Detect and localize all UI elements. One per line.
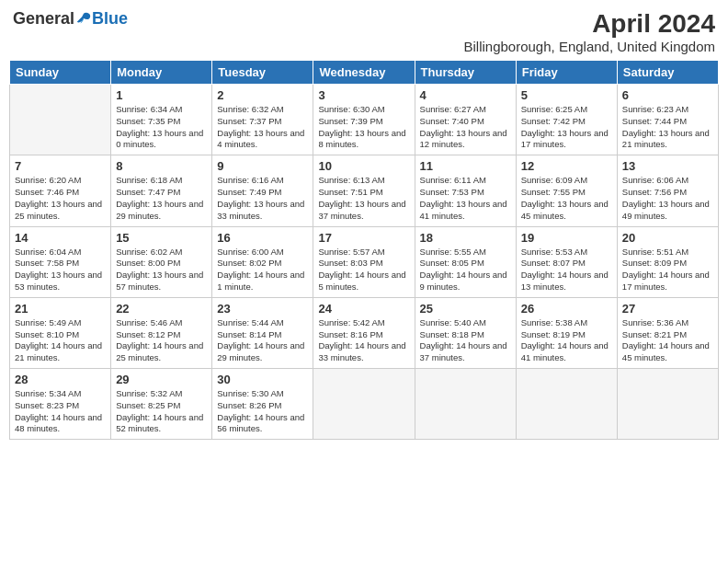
day-info: Sunrise: 6:00 AM Sunset: 8:02 PM Dayligh… xyxy=(217,247,308,293)
calendar-week-row: 28Sunrise: 5:34 AM Sunset: 8:23 PM Dayli… xyxy=(10,369,719,440)
calendar-cell: 19Sunrise: 5:53 AM Sunset: 8:07 PM Dayli… xyxy=(516,226,617,297)
day-number: 30 xyxy=(217,373,308,386)
day-number: 21 xyxy=(15,302,106,316)
day-info: Sunrise: 6:20 AM Sunset: 7:46 PM Dayligh… xyxy=(15,175,106,222)
calendar-cell: 24Sunrise: 5:42 AM Sunset: 8:16 PM Dayli… xyxy=(313,297,415,368)
day-number: 22 xyxy=(116,302,207,316)
calendar-week-row: 14Sunrise: 6:04 AM Sunset: 7:58 PM Dayli… xyxy=(10,226,719,297)
day-number: 3 xyxy=(318,88,409,102)
day-info: Sunrise: 6:13 AM Sunset: 7:51 PM Dayligh… xyxy=(318,175,409,222)
calendar-cell: 30Sunrise: 5:30 AM Sunset: 8:26 PM Dayli… xyxy=(212,369,313,440)
page-header: General Blue April 2024 Billingborough, … xyxy=(9,9,719,54)
calendar-cell: 11Sunrise: 6:11 AM Sunset: 7:53 PM Dayli… xyxy=(415,155,516,226)
calendar-cell: 27Sunrise: 5:36 AM Sunset: 8:21 PM Dayli… xyxy=(617,297,718,368)
day-info: Sunrise: 6:23 AM Sunset: 7:44 PM Dayligh… xyxy=(622,104,713,151)
day-info: Sunrise: 5:42 AM Sunset: 8:16 PM Dayligh… xyxy=(318,317,409,364)
day-info: Sunrise: 6:18 AM Sunset: 7:47 PM Dayligh… xyxy=(116,175,207,222)
logo: General Blue xyxy=(13,9,128,29)
day-info: Sunrise: 6:04 AM Sunset: 7:58 PM Dayligh… xyxy=(15,247,106,293)
day-info: Sunrise: 5:32 AM Sunset: 8:25 PM Dayligh… xyxy=(116,388,207,435)
calendar-cell: 6Sunrise: 6:23 AM Sunset: 7:44 PM Daylig… xyxy=(617,85,718,155)
calendar-cell: 18Sunrise: 5:55 AM Sunset: 8:05 PM Dayli… xyxy=(415,226,516,297)
calendar-cell: 14Sunrise: 6:04 AM Sunset: 7:58 PM Dayli… xyxy=(10,226,111,297)
day-info: Sunrise: 5:49 AM Sunset: 8:10 PM Dayligh… xyxy=(15,317,106,364)
day-info: Sunrise: 5:44 AM Sunset: 8:14 PM Dayligh… xyxy=(217,317,308,364)
day-info: Sunrise: 5:34 AM Sunset: 8:23 PM Dayligh… xyxy=(15,388,106,435)
calendar-header-sunday: Sunday xyxy=(10,61,111,85)
day-number: 19 xyxy=(521,231,612,245)
logo-bird-icon xyxy=(75,11,92,28)
calendar-header-monday: Monday xyxy=(111,61,212,85)
day-info: Sunrise: 5:36 AM Sunset: 8:21 PM Dayligh… xyxy=(622,317,713,364)
calendar-cell: 20Sunrise: 5:51 AM Sunset: 8:09 PM Dayli… xyxy=(617,226,718,297)
day-info: Sunrise: 6:34 AM Sunset: 7:35 PM Dayligh… xyxy=(116,104,207,151)
calendar-cell: 28Sunrise: 5:34 AM Sunset: 8:23 PM Dayli… xyxy=(10,369,111,440)
calendar-cell: 9Sunrise: 6:16 AM Sunset: 7:49 PM Daylig… xyxy=(212,155,313,226)
calendar-cell: 5Sunrise: 6:25 AM Sunset: 7:42 PM Daylig… xyxy=(516,85,617,155)
calendar-cell: 8Sunrise: 6:18 AM Sunset: 7:47 PM Daylig… xyxy=(111,155,212,226)
day-info: Sunrise: 6:11 AM Sunset: 7:53 PM Dayligh… xyxy=(420,175,511,222)
calendar-cell: 10Sunrise: 6:13 AM Sunset: 7:51 PM Dayli… xyxy=(313,155,415,226)
day-info: Sunrise: 5:53 AM Sunset: 8:07 PM Dayligh… xyxy=(521,247,612,293)
calendar-cell: 29Sunrise: 5:32 AM Sunset: 8:25 PM Dayli… xyxy=(111,369,212,440)
day-number: 9 xyxy=(217,159,308,173)
day-number: 5 xyxy=(521,88,612,102)
calendar-cell: 3Sunrise: 6:30 AM Sunset: 7:39 PM Daylig… xyxy=(313,85,415,155)
day-number: 25 xyxy=(420,302,511,316)
day-number: 28 xyxy=(15,373,106,386)
calendar-header-row: SundayMondayTuesdayWednesdayThursdayFrid… xyxy=(10,61,719,85)
day-info: Sunrise: 5:57 AM Sunset: 8:03 PM Dayligh… xyxy=(318,247,409,293)
day-number: 17 xyxy=(318,231,409,245)
day-info: Sunrise: 5:40 AM Sunset: 8:18 PM Dayligh… xyxy=(420,317,511,364)
day-number: 2 xyxy=(217,88,308,102)
day-info: Sunrise: 5:38 AM Sunset: 8:19 PM Dayligh… xyxy=(521,317,612,364)
day-number: 13 xyxy=(622,159,713,173)
day-info: Sunrise: 6:09 AM Sunset: 7:55 PM Dayligh… xyxy=(521,175,612,222)
day-info: Sunrise: 6:30 AM Sunset: 7:39 PM Dayligh… xyxy=(318,104,409,151)
day-info: Sunrise: 5:30 AM Sunset: 8:26 PM Dayligh… xyxy=(217,388,308,435)
calendar-cell xyxy=(516,369,617,440)
day-number: 6 xyxy=(622,88,713,102)
calendar-cell: 16Sunrise: 6:00 AM Sunset: 8:02 PM Dayli… xyxy=(212,226,313,297)
location-title: Billingborough, England, United Kingdom xyxy=(463,39,715,54)
calendar-cell xyxy=(617,369,718,440)
day-number: 10 xyxy=(318,159,409,173)
day-number: 15 xyxy=(116,231,207,245)
calendar-week-row: 21Sunrise: 5:49 AM Sunset: 8:10 PM Dayli… xyxy=(10,297,719,368)
day-number: 20 xyxy=(622,231,713,245)
calendar-header-saturday: Saturday xyxy=(617,61,718,85)
calendar-cell: 13Sunrise: 6:06 AM Sunset: 7:56 PM Dayli… xyxy=(617,155,718,226)
day-number: 1 xyxy=(116,88,207,102)
day-number: 16 xyxy=(217,231,308,245)
calendar-cell: 15Sunrise: 6:02 AM Sunset: 8:00 PM Dayli… xyxy=(111,226,212,297)
calendar-cell: 21Sunrise: 5:49 AM Sunset: 8:10 PM Dayli… xyxy=(10,297,111,368)
calendar-cell: 26Sunrise: 5:38 AM Sunset: 8:19 PM Dayli… xyxy=(516,297,617,368)
day-number: 14 xyxy=(15,231,106,245)
day-number: 29 xyxy=(116,373,207,386)
logo-blue-text: Blue xyxy=(92,9,128,29)
calendar-cell xyxy=(10,85,111,155)
day-info: Sunrise: 6:16 AM Sunset: 7:49 PM Dayligh… xyxy=(217,175,308,222)
calendar-header-friday: Friday xyxy=(516,61,617,85)
day-info: Sunrise: 6:32 AM Sunset: 7:37 PM Dayligh… xyxy=(217,104,308,151)
day-info: Sunrise: 6:27 AM Sunset: 7:40 PM Dayligh… xyxy=(420,104,511,151)
calendar-cell xyxy=(313,369,415,440)
calendar-cell: 2Sunrise: 6:32 AM Sunset: 7:37 PM Daylig… xyxy=(212,85,313,155)
calendar-table: SundayMondayTuesdayWednesdayThursdayFrid… xyxy=(9,60,719,440)
day-info: Sunrise: 6:02 AM Sunset: 8:00 PM Dayligh… xyxy=(116,247,207,293)
day-info: Sunrise: 5:46 AM Sunset: 8:12 PM Dayligh… xyxy=(116,317,207,364)
calendar-week-row: 1Sunrise: 6:34 AM Sunset: 7:35 PM Daylig… xyxy=(10,85,719,155)
day-info: Sunrise: 5:55 AM Sunset: 8:05 PM Dayligh… xyxy=(420,247,511,293)
day-number: 18 xyxy=(420,231,511,245)
title-block: April 2024 Billingborough, England, Unit… xyxy=(463,9,715,54)
day-number: 24 xyxy=(318,302,409,316)
day-number: 11 xyxy=(420,159,511,173)
day-info: Sunrise: 5:51 AM Sunset: 8:09 PM Dayligh… xyxy=(622,247,713,293)
calendar-cell: 7Sunrise: 6:20 AM Sunset: 7:46 PM Daylig… xyxy=(10,155,111,226)
calendar-cell: 25Sunrise: 5:40 AM Sunset: 8:18 PM Dayli… xyxy=(415,297,516,368)
calendar-cell: 17Sunrise: 5:57 AM Sunset: 8:03 PM Dayli… xyxy=(313,226,415,297)
calendar-cell: 4Sunrise: 6:27 AM Sunset: 7:40 PM Daylig… xyxy=(415,85,516,155)
day-info: Sunrise: 6:06 AM Sunset: 7:56 PM Dayligh… xyxy=(622,175,713,222)
day-number: 7 xyxy=(15,159,106,173)
day-number: 23 xyxy=(217,302,308,316)
